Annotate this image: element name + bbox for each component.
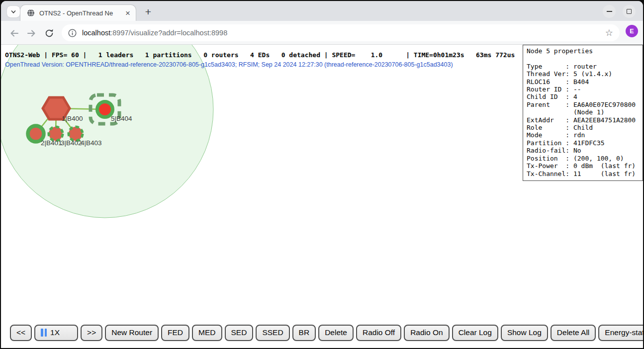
bookmark-star-icon[interactable]: ☆ (605, 27, 613, 38)
reload-button[interactable] (44, 28, 55, 39)
node-5-label: 5|B404 (111, 115, 132, 122)
node-1-label: 1|B400 (62, 115, 83, 122)
new-tab-button[interactable]: + (142, 5, 155, 18)
back-arrow-icon (9, 28, 20, 39)
delete-button[interactable]: Delete (318, 325, 354, 341)
delete-all-button[interactable]: Delete All (551, 325, 596, 341)
node-4[interactable] (69, 127, 83, 141)
address-bar[interactable]: localhost:8997/visualize?addr=localhost:… (62, 24, 620, 41)
browser-toolbar: localhost:8997/visualize?addr=localhost:… (1, 21, 643, 45)
minimize-button[interactable] (603, 5, 616, 18)
energy-stats-button[interactable]: Energy-stats ↗ (598, 325, 643, 341)
fed-button[interactable]: FED (161, 325, 189, 341)
node-4-label: 4|B403 (81, 139, 102, 147)
show-log-button[interactable]: Show Log (501, 325, 548, 341)
simulation-toolbar: << 1X >> New Router FED MED SED SSED BR … (10, 325, 643, 341)
node-properties-panel: Node 5 properties Type : router Thread V… (523, 45, 643, 181)
maximize-icon (627, 9, 632, 14)
panel-title: Node 5 properties (527, 47, 639, 55)
page-content: 1|B400 5|B404 2|B401 3|B402 4|B403 OTNS2… (1, 45, 643, 348)
maximize-button[interactable] (623, 5, 636, 18)
panel-body: Type : router Thread Ver: 5 (v1.4.x) RLO… (527, 55, 639, 177)
node-3-label: 3|B402 (61, 139, 82, 147)
reload-icon (44, 28, 55, 39)
node-3[interactable] (49, 127, 63, 141)
speed-up-button[interactable]: >> (81, 325, 102, 341)
chevron-down-icon (10, 8, 17, 15)
globe-favicon-icon (27, 9, 35, 17)
med-button[interactable]: MED (192, 325, 222, 341)
br-button[interactable]: BR (292, 325, 316, 341)
forward-arrow-icon (26, 28, 37, 39)
url-host: localhost (82, 29, 110, 37)
radio-on-button[interactable]: Radio On (404, 325, 449, 341)
url-text: localhost:8997/visualize?addr=localhost:… (82, 29, 601, 37)
ssed-button[interactable]: SSED (256, 325, 289, 341)
sed-button[interactable]: SED (225, 325, 254, 341)
pause-icon (41, 329, 47, 337)
node-5[interactable] (97, 102, 113, 117)
back-button[interactable] (9, 28, 20, 39)
status-bar: OTNS2-Web | FPS= 60 | 1 leaders 1 partit… (5, 51, 515, 59)
node-2-label: 2|B401 (41, 139, 62, 147)
new-router-button[interactable]: New Router (105, 325, 159, 341)
radio-off-button[interactable]: Radio Off (356, 325, 401, 341)
pause-speed-button[interactable]: 1X (34, 325, 78, 341)
forward-button[interactable] (26, 28, 37, 39)
minimize-icon (607, 11, 612, 12)
tab-strip: OTNS2 - OpenThread Ne × + (1, 1, 643, 21)
profile-avatar[interactable]: E (626, 25, 638, 37)
url-path: :8997/visualize?addr=localhost:8998 (110, 29, 227, 37)
info-icon[interactable] (68, 29, 77, 37)
speed-down-button[interactable]: << (10, 325, 32, 341)
speed-label: 1X (50, 328, 60, 337)
openthread-version-text: OpenThread Version: OPENTHREAD/thread-re… (5, 61, 453, 69)
tab-search-button[interactable] (7, 6, 20, 17)
tab-close-icon[interactable]: × (124, 9, 132, 17)
browser-window: OTNS2 - OpenThread Ne × + (1, 1, 643, 348)
tab-title: OTNS2 - OpenThread Ne (39, 9, 124, 17)
clear-log-button[interactable]: Clear Log (452, 325, 498, 341)
browser-tab[interactable]: OTNS2 - OpenThread Ne × (20, 4, 136, 21)
